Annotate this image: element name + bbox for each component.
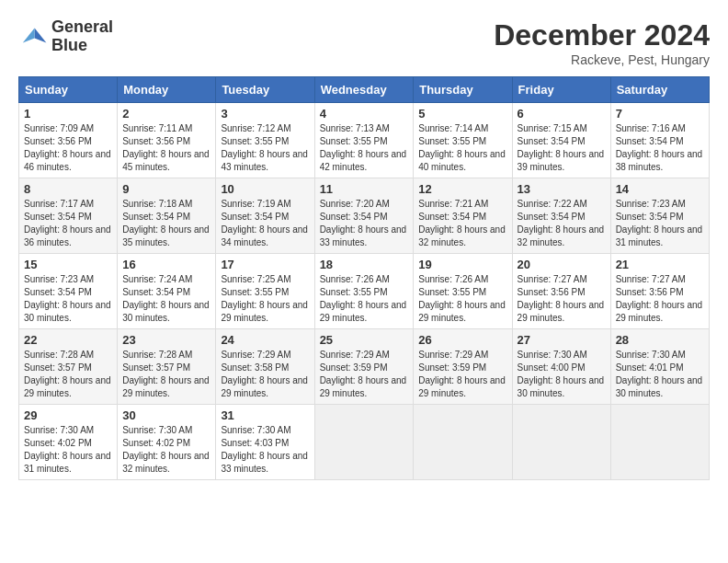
cell-details: Sunrise: 7:30 AMSunset: 4:01 PMDaylight:…	[616, 349, 704, 400]
cell-details: Sunrise: 7:27 AMSunset: 3:56 PMDaylight:…	[616, 273, 704, 325]
cell-details: Sunrise: 7:12 AMSunset: 3:55 PMDaylight:…	[221, 122, 309, 174]
day-number: 15	[24, 258, 112, 271]
day-number: 25	[320, 333, 409, 347]
calendar-cell: 9Sunrise: 7:18 AMSunset: 3:54 PMDaylight…	[118, 178, 216, 254]
calendar-cell: 6Sunrise: 7:15 AMSunset: 3:54 PMDaylight…	[512, 103, 610, 178]
calendar-table: SundayMondayTuesdayWednesdayThursdayFrid…	[18, 76, 710, 480]
day-number: 5	[418, 107, 506, 121]
calendar-week-row: 29Sunrise: 7:30 AMSunset: 4:02 PMDayligh…	[19, 405, 710, 480]
calendar-cell: 11Sunrise: 7:20 AMSunset: 3:54 PMDayligh…	[314, 178, 414, 254]
cell-details: Sunrise: 7:27 AMSunset: 3:56 PMDaylight:…	[518, 273, 606, 325]
cell-details: Sunrise: 7:30 AMSunset: 4:00 PMDaylight:…	[518, 349, 606, 400]
calendar-cell: 7Sunrise: 7:16 AMSunset: 3:54 PMDaylight…	[610, 103, 709, 178]
calendar-cell: 28Sunrise: 7:30 AMSunset: 4:01 PMDayligh…	[610, 329, 709, 405]
day-number: 18	[320, 258, 409, 271]
calendar-cell: 22Sunrise: 7:28 AMSunset: 3:57 PMDayligh…	[19, 329, 118, 405]
cell-details: Sunrise: 7:26 AMSunset: 3:55 PMDaylight:…	[418, 273, 506, 325]
cell-details: Sunrise: 7:30 AMSunset: 4:02 PMDaylight:…	[122, 424, 210, 476]
weekday-header: Tuesday	[216, 77, 314, 103]
cell-details: Sunrise: 7:17 AMSunset: 3:54 PMDaylight:…	[24, 198, 112, 249]
cell-details: Sunrise: 7:18 AMSunset: 3:54 PMDaylight:…	[122, 198, 210, 249]
cell-details: Sunrise: 7:30 AMSunset: 4:02 PMDaylight:…	[24, 424, 112, 476]
calendar-cell: 3Sunrise: 7:12 AMSunset: 3:55 PMDaylight…	[216, 103, 314, 178]
calendar-cell: 16Sunrise: 7:24 AMSunset: 3:54 PMDayligh…	[118, 254, 216, 329]
day-number: 23	[122, 333, 210, 347]
calendar-week-row: 8Sunrise: 7:17 AMSunset: 3:54 PMDaylight…	[19, 178, 710, 254]
day-number: 1	[24, 107, 112, 121]
weekday-header: Wednesday	[314, 77, 414, 103]
calendar-cell: 8Sunrise: 7:17 AMSunset: 3:54 PMDaylight…	[19, 178, 118, 254]
calendar-cell: 17Sunrise: 7:25 AMSunset: 3:55 PMDayligh…	[216, 254, 314, 329]
day-number: 20	[518, 258, 606, 271]
day-number: 19	[418, 258, 506, 271]
calendar-cell: 21Sunrise: 7:27 AMSunset: 3:56 PMDayligh…	[610, 254, 709, 329]
calendar-week-row: 15Sunrise: 7:23 AMSunset: 3:54 PMDayligh…	[19, 254, 710, 329]
day-number: 21	[616, 258, 704, 271]
svg-marker-0	[35, 28, 47, 42]
page-header: General Blue December 2024 Rackeve, Pest…	[18, 18, 710, 67]
day-number: 24	[221, 333, 309, 347]
calendar-cell	[610, 405, 709, 480]
calendar-cell: 13Sunrise: 7:22 AMSunset: 3:54 PMDayligh…	[512, 178, 610, 254]
calendar-cell: 14Sunrise: 7:23 AMSunset: 3:54 PMDayligh…	[610, 178, 709, 254]
cell-details: Sunrise: 7:16 AMSunset: 3:54 PMDaylight:…	[616, 122, 704, 174]
logo-icon	[18, 22, 48, 52]
calendar-cell: 23Sunrise: 7:28 AMSunset: 3:57 PMDayligh…	[118, 329, 216, 405]
cell-details: Sunrise: 7:29 AMSunset: 3:59 PMDaylight:…	[418, 349, 506, 400]
calendar-cell: 5Sunrise: 7:14 AMSunset: 3:55 PMDaylight…	[414, 103, 512, 178]
calendar-cell: 20Sunrise: 7:27 AMSunset: 3:56 PMDayligh…	[512, 254, 610, 329]
month-year: December 2024	[494, 18, 710, 52]
cell-details: Sunrise: 7:21 AMSunset: 3:54 PMDaylight:…	[418, 198, 506, 249]
title-block: December 2024 Rackeve, Pest, Hungary	[494, 18, 710, 67]
cell-details: Sunrise: 7:14 AMSunset: 3:55 PMDaylight:…	[418, 122, 506, 174]
calendar-cell: 27Sunrise: 7:30 AMSunset: 4:00 PMDayligh…	[512, 329, 610, 405]
calendar-cell	[314, 405, 414, 480]
calendar-cell: 12Sunrise: 7:21 AMSunset: 3:54 PMDayligh…	[414, 178, 512, 254]
cell-details: Sunrise: 7:23 AMSunset: 3:54 PMDaylight:…	[616, 198, 704, 249]
calendar-cell: 1Sunrise: 7:09 AMSunset: 3:56 PMDaylight…	[19, 103, 118, 178]
cell-details: Sunrise: 7:29 AMSunset: 3:59 PMDaylight:…	[320, 349, 409, 400]
calendar-cell: 25Sunrise: 7:29 AMSunset: 3:59 PMDayligh…	[314, 329, 414, 405]
day-number: 3	[221, 107, 309, 121]
calendar-cell: 30Sunrise: 7:30 AMSunset: 4:02 PMDayligh…	[118, 405, 216, 480]
day-number: 28	[616, 333, 704, 347]
svg-marker-1	[23, 28, 35, 42]
day-number: 6	[518, 107, 606, 121]
day-number: 16	[122, 258, 210, 271]
weekday-header: Friday	[512, 77, 610, 103]
calendar-cell: 31Sunrise: 7:30 AMSunset: 4:03 PMDayligh…	[216, 405, 314, 480]
cell-details: Sunrise: 7:26 AMSunset: 3:55 PMDaylight:…	[320, 273, 409, 325]
weekday-header: Thursday	[414, 77, 512, 103]
logo: General Blue	[18, 18, 113, 55]
calendar-week-row: 1Sunrise: 7:09 AMSunset: 3:56 PMDaylight…	[19, 103, 710, 178]
calendar-cell: 18Sunrise: 7:26 AMSunset: 3:55 PMDayligh…	[314, 254, 414, 329]
calendar-cell: 26Sunrise: 7:29 AMSunset: 3:59 PMDayligh…	[414, 329, 512, 405]
day-number: 9	[122, 182, 210, 196]
day-number: 26	[418, 333, 506, 347]
day-number: 11	[320, 182, 409, 196]
calendar-cell: 29Sunrise: 7:30 AMSunset: 4:02 PMDayligh…	[19, 405, 118, 480]
cell-details: Sunrise: 7:19 AMSunset: 3:54 PMDaylight:…	[221, 198, 309, 249]
day-number: 31	[221, 408, 309, 422]
cell-details: Sunrise: 7:25 AMSunset: 3:55 PMDaylight:…	[221, 273, 309, 325]
day-number: 29	[24, 408, 112, 422]
location: Rackeve, Pest, Hungary	[494, 52, 710, 67]
weekday-header: Saturday	[610, 77, 709, 103]
cell-details: Sunrise: 7:22 AMSunset: 3:54 PMDaylight:…	[518, 198, 606, 249]
day-number: 13	[518, 182, 606, 196]
day-number: 8	[24, 182, 112, 196]
cell-details: Sunrise: 7:28 AMSunset: 3:57 PMDaylight:…	[122, 349, 210, 400]
cell-details: Sunrise: 7:13 AMSunset: 3:55 PMDaylight:…	[320, 122, 409, 174]
calendar-cell: 4Sunrise: 7:13 AMSunset: 3:55 PMDaylight…	[314, 103, 414, 178]
day-number: 30	[122, 408, 210, 422]
cell-details: Sunrise: 7:09 AMSunset: 3:56 PMDaylight:…	[24, 122, 112, 174]
cell-details: Sunrise: 7:11 AMSunset: 3:56 PMDaylight:…	[122, 122, 210, 174]
calendar-cell: 15Sunrise: 7:23 AMSunset: 3:54 PMDayligh…	[19, 254, 118, 329]
weekday-header: Monday	[118, 77, 216, 103]
cell-details: Sunrise: 7:28 AMSunset: 3:57 PMDaylight:…	[24, 349, 112, 400]
calendar-cell: 2Sunrise: 7:11 AMSunset: 3:56 PMDaylight…	[118, 103, 216, 178]
day-number: 4	[320, 107, 409, 121]
calendar-cell	[414, 405, 512, 480]
day-number: 12	[418, 182, 506, 196]
day-number: 7	[616, 107, 704, 121]
